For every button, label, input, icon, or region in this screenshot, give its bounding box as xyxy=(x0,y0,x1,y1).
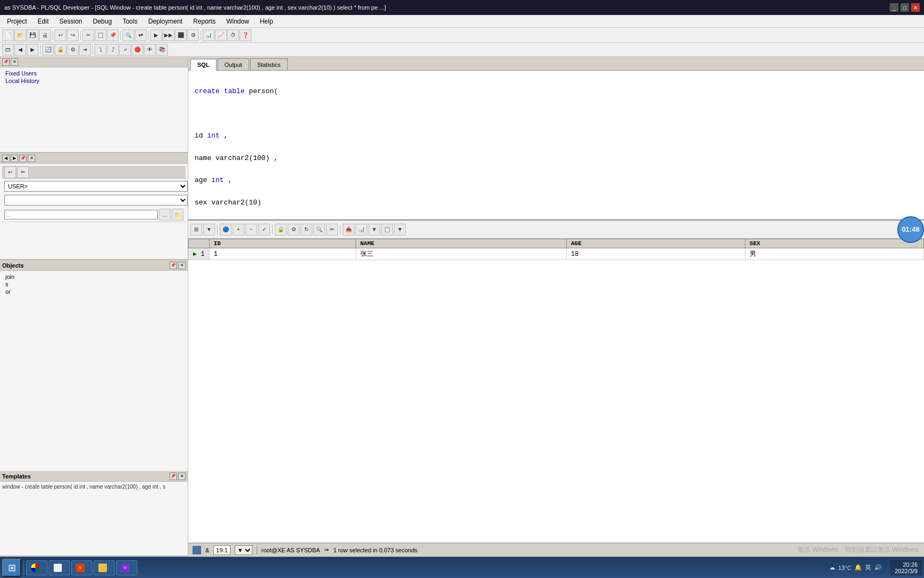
user-dropdown[interactable]: USER> xyxy=(4,181,188,192)
tb2-config[interactable]: ⚙ xyxy=(67,44,79,56)
menu-project[interactable]: Project xyxy=(2,16,32,27)
panel-mid-btn2[interactable]: ▶ xyxy=(11,155,18,162)
cols-dropdown-btn[interactable]: ▼ xyxy=(394,224,406,235)
tb2-browser[interactable]: 🗃 xyxy=(2,44,14,56)
menu-edit[interactable]: Edit xyxy=(33,16,53,27)
export-btn[interactable]: 📤 xyxy=(343,224,355,235)
panel-mid-close[interactable]: ✕ xyxy=(28,155,35,162)
window-controls[interactable]: _ □ ✕ xyxy=(890,3,920,12)
tb-open[interactable]: 📂 xyxy=(14,29,26,41)
cell-age[interactable]: 18 xyxy=(566,248,745,260)
chart-btn[interactable]: 📊 xyxy=(356,224,367,235)
fixed-users-item[interactable]: Fixed Users xyxy=(4,70,183,77)
grid-dropdown-btn[interactable]: ▼ xyxy=(203,224,215,235)
panel-mid-pin[interactable]: 📌 xyxy=(19,155,27,162)
cols-btn[interactable]: 📋 xyxy=(381,224,393,235)
grid-view-btn[interactable]: ⊞ xyxy=(190,224,202,235)
sql-editor[interactable]: create table person( id int , name varch… xyxy=(188,71,924,220)
obj-item-s[interactable]: s xyxy=(4,280,183,288)
local-history-item[interactable]: Local History xyxy=(4,77,183,85)
menu-window[interactable]: Window xyxy=(221,16,254,27)
menu-deployment[interactable]: Deployment xyxy=(143,16,187,27)
tb2-step[interactable]: ⤵ xyxy=(95,44,106,56)
panel-obj-pin[interactable]: 📌 xyxy=(170,262,177,269)
lock-btn[interactable]: 🔒 xyxy=(275,224,287,235)
panel-close-btn[interactable]: ✕ xyxy=(11,58,18,66)
panel-controls-obj[interactable]: 📌 ✕ xyxy=(170,262,186,269)
post-btn[interactable]: ✓ xyxy=(258,224,270,235)
tb-history[interactable]: ⏱ xyxy=(227,29,239,41)
tb-explain[interactable]: 📊 xyxy=(203,29,214,41)
panel-controls-mid[interactable]: ◀ ▶ 📌 ✕ xyxy=(2,155,35,162)
tb-help[interactable]: ❓ xyxy=(240,29,251,41)
tb-redo[interactable]: ↪ xyxy=(67,29,79,41)
tb2-step-over[interactable]: ⤴ xyxy=(107,44,119,56)
menu-tools[interactable]: Tools xyxy=(118,16,142,27)
tb-stop[interactable]: ⬛ xyxy=(175,29,187,41)
delete-row-btn[interactable]: − xyxy=(245,224,257,235)
tb-compile[interactable]: ⚙ xyxy=(187,29,199,41)
obj-item-join[interactable]: join xyxy=(4,273,183,280)
taskbar-vb[interactable]: V xyxy=(116,560,137,575)
encoding-dropdown[interactable]: ▼ xyxy=(235,545,252,555)
taskbar-notepad[interactable]: 📄 xyxy=(49,560,70,575)
tb2-nav-back[interactable]: ◀ xyxy=(14,44,26,56)
tb-run[interactable]: ▶ xyxy=(150,29,162,41)
add-row-btn[interactable]: 🔵 xyxy=(220,224,232,235)
maximize-button[interactable]: □ xyxy=(900,3,909,12)
object-search-input[interactable] xyxy=(4,210,158,219)
cell-sex[interactable]: 男 xyxy=(745,248,923,260)
tab-statistics[interactable]: Statistics xyxy=(250,58,288,70)
tb-replace[interactable]: ⇄ xyxy=(135,29,147,41)
tb2-refresh[interactable]: 🔄 xyxy=(42,44,54,56)
close-button[interactable]: ✕ xyxy=(911,3,920,12)
refresh-grid-btn[interactable]: ↻ xyxy=(301,224,312,235)
obj-item-or[interactable]: or xyxy=(4,288,183,295)
chart-dropdown-btn[interactable]: ▼ xyxy=(368,224,380,235)
insert-row-btn[interactable]: + xyxy=(233,224,244,235)
taskbar-chrome[interactable] xyxy=(26,560,48,575)
panel-controls[interactable]: 📌 ✕ xyxy=(2,58,18,66)
panel-mid-btn1[interactable]: ◀ xyxy=(2,155,10,162)
tb-undo[interactable]: ↩ xyxy=(55,29,66,41)
panel-obj-close[interactable]: ✕ xyxy=(178,262,186,269)
tb2-nav-fwd[interactable]: ▶ xyxy=(27,44,38,56)
tb2-bp[interactable]: 🔴 xyxy=(132,44,143,56)
tb-autotrace[interactable]: 📈 xyxy=(215,29,227,41)
tb-print[interactable]: 🖨 xyxy=(39,29,51,41)
tb-run-all[interactable]: ▶▶ xyxy=(163,29,174,41)
tb2-arrow-right[interactable]: ➜ xyxy=(79,44,91,56)
panel-tmpl-pin[interactable]: 📌 xyxy=(170,473,177,480)
tb-new[interactable]: 📄 xyxy=(2,29,14,41)
menu-reports[interactable]: Reports xyxy=(188,16,220,27)
menu-session[interactable]: Session xyxy=(55,16,87,27)
tab-sql[interactable]: SQL xyxy=(190,59,217,71)
tb2-step-out[interactable]: ⤶ xyxy=(119,44,131,56)
panel-tmpl-close[interactable]: ✕ xyxy=(178,473,186,480)
tb2-lock[interactable]: 🔒 xyxy=(55,44,66,56)
schema-dropdown[interactable] xyxy=(4,195,188,206)
obj-edit-btn[interactable]: ✏ xyxy=(17,166,29,178)
menu-help[interactable]: Help xyxy=(255,16,278,27)
tb-find[interactable]: 🔍 xyxy=(122,29,134,41)
filter-btn[interactable]: ⚙ xyxy=(288,224,299,235)
tb-paste[interactable]: 📌 xyxy=(107,29,119,41)
tb-copy[interactable]: 📋 xyxy=(95,29,106,41)
tb2-call-stack[interactable]: 📚 xyxy=(156,44,168,56)
start-button[interactable]: ⊞ xyxy=(2,559,21,577)
tab-output[interactable]: Output xyxy=(218,58,249,70)
menu-debug[interactable]: Debug xyxy=(88,16,117,27)
cell-name[interactable]: 张三 xyxy=(356,248,566,260)
tb-save[interactable]: 💾 xyxy=(27,29,38,41)
taskbar-explorer[interactable] xyxy=(94,560,115,575)
panel-pin-btn[interactable]: 📌 xyxy=(2,58,10,66)
browse-btn[interactable]: 📁 xyxy=(172,209,183,220)
obj-refresh-btn[interactable]: ↩ xyxy=(4,166,16,178)
taskbar-plsql[interactable]: V xyxy=(71,560,93,575)
search-grid-btn[interactable]: 🔍 xyxy=(313,224,325,235)
pencil-btn[interactable]: ✏ xyxy=(326,224,338,235)
tb2-watch[interactable]: 👁 xyxy=(144,44,156,56)
panel-controls-tmpl[interactable]: 📌 ✕ xyxy=(170,473,186,480)
search-btn[interactable]: … xyxy=(159,209,171,220)
cell-id[interactable]: 1 xyxy=(209,248,356,260)
